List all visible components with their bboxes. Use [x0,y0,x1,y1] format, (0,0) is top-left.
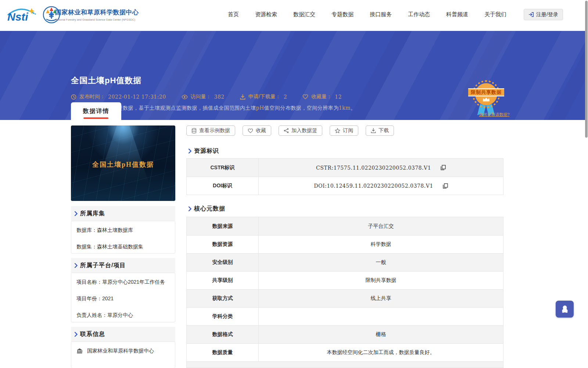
scrollbar-thumb[interactable] [585,1,588,138]
view-sample-data-button[interactable]: 查看示例数据 [186,125,235,136]
heart-icon [248,128,253,133]
nav-topic-data[interactable]: 专题数据 [331,11,354,18]
institution-icon [76,348,83,354]
table-row: 数据资源 科学数据 [187,235,503,253]
library-box: 数据库：森林土壤数据库 数据集：森林土壤基础数据集 [71,221,175,254]
section-contact-title: 联系信息 [80,330,105,338]
chevron-right-icon [75,211,78,216]
tab-label: 数据详情 [83,107,110,115]
nav-home[interactable]: 首页 [228,11,239,18]
desc-text: pH [256,105,264,111]
row-label: 数据资源 [187,236,259,253]
site-title-block: 国家林业和草原科学数据中心 National Forestry and Gras… [55,8,154,21]
section-contact: 联系信息 [71,327,175,342]
copy-icon[interactable] [441,165,446,170]
desc-text: 值空间分布数据，空间分辨率为 [264,105,339,111]
table-row: 数据格式 栅格 [187,325,503,343]
row-label: CSTR标识 [187,159,259,177]
table-row: 数据质量 本数据经空间化二次加工而成，数据质量良好。 [187,343,503,361]
row-label: DOI标识 [187,177,259,195]
row-value: 本数据经空间化二次加工而成，数据质量良好。 [259,344,503,361]
badge-label: 限制共享数据 [471,89,502,96]
nav-api-service[interactable]: 接口服务 [370,11,392,18]
nav-about-us[interactable]: 关于我们 [484,11,506,18]
section-project: 所属子平台/项目 [71,258,175,273]
action-buttons: 查看示例数据 收藏 加入数据篮 订阅 下载 [186,125,394,136]
dataset-description: 该数据集是栅格型数据，基于土壤观测点监测数据，插值成全国范围内土壤pH值空间分布… [80,105,356,112]
add-to-basket-button[interactable]: 加入数据篮 [279,125,322,136]
section-project-title: 所属子平台/项目 [80,262,126,269]
section-library-title: 所属库集 [80,210,105,217]
nsti-logo-icon: Nsti [6,5,38,24]
dataset-hero-banner: 全国土壤pH值数据 发布时间：2022-01-12 17:31:20 访问量：3… [0,31,585,120]
row-value: 子平台汇交 [259,217,503,235]
table-row: 学科分类 [187,307,503,325]
row-label: 学科分类 [187,308,259,325]
svg-text:Nsti: Nsti [7,11,28,23]
stat-value: 12 [335,94,342,100]
row-label: 获取方式 [187,290,259,307]
project-leader-row: 负责人姓名：草原分中心 [76,307,170,323]
site-name-en: National Forestry and Grassland Science … [55,18,154,21]
crown-icon [470,96,503,103]
contact-org-row: 国家林业和草原科学数据中心 [76,343,170,359]
chevron-right-icon [75,332,78,337]
favorite-button[interactable]: 收藏 [243,125,271,136]
contact-org-name: 国家林业和草原科学数据中心 [87,343,154,359]
button-label: 下载 [379,127,389,134]
library-database-row: 数据库：森林土壤数据库 [76,222,170,238]
qq-penguin-icon [560,304,570,314]
chevron-right-icon [75,263,78,268]
table-row: 共享级别 限制共享数据 [187,271,503,289]
register-login-button[interactable]: 注册/登录 [524,9,563,20]
site-header: Nsti 国家林业和草原科学数据中心 National Forestry and… [0,0,585,31]
nav-science-channel[interactable]: 科普频道 [446,11,468,18]
login-icon [528,12,534,17]
section-core-metadata-title: 核心元数据 [194,205,225,213]
resource-id-table: CSTR标识 CSTR:17575.11.0220230220052.0378.… [186,158,503,195]
stat-label: 访问量： [191,93,211,100]
star-icon [335,128,340,133]
desc-text: 1km [339,105,351,111]
nav-work-news[interactable]: 工作动态 [408,11,430,18]
table-row [187,361,503,368]
stat-value: 2022-01-12 17:31:20 [108,94,166,100]
copy-icon[interactable] [443,183,448,189]
row-label: 数据质量 [187,344,259,361]
project-year-row: 项目年份：2021 [76,290,170,307]
table-row: 安全级别 一般 [187,253,503,271]
doi-value: DOI:10.12459.11.0220230220052.0378.V1 [314,183,433,189]
eye-icon [182,95,188,99]
tab-data-details[interactable]: 数据详情 [71,102,121,120]
row-value: DOI:10.12459.11.0220230220052.0378.V1 [259,177,503,195]
stat-favorites: 收藏量：12 [302,93,342,100]
qq-chat-button[interactable] [556,301,574,318]
row-value [259,308,503,325]
cover-title: 全国土壤pH值数据 [71,160,175,169]
stat-label: 收藏量： [311,93,332,100]
button-label: 收藏 [256,127,266,134]
nav-data-submission[interactable]: 数据汇交 [293,11,315,18]
stat-label: 发布时间： [79,93,105,100]
dataset-title: 全国土壤pH值数据 [71,75,141,86]
row-value: 一般 [259,254,503,271]
share-icon [284,128,289,133]
contact-box: 国家林业和草原科学数据中心 [71,342,175,368]
dataset-stats: 发布时间：2022-01-12 17:31:20 访问量：382 申请/下载量：… [71,93,342,100]
section-resource-id-title: 资源标识 [194,147,219,155]
tab-active-indicator [83,117,108,119]
nav-resource-search[interactable]: 资源检索 [255,11,277,18]
row-value: 栅格 [259,326,503,343]
main-nav: 首页 资源检索 数据汇交 专题数据 接口服务 工作动态 科普频道 关于我们 [228,11,506,18]
download-icon [240,94,245,100]
library-dataset-row: 数据集：森林土壤基础数据集 [76,238,170,255]
subscribe-button[interactable]: 订阅 [330,125,358,136]
table-row: 获取方式 线上共享 [187,289,503,307]
table-row: CSTR标识 CSTR:17575.11.0220230220052.0378.… [187,159,503,177]
button-label: 订阅 [343,127,353,134]
button-label: 查看示例数据 [199,127,230,134]
how-to-get-data-link[interactable]: 如何获取该数据? [478,112,511,117]
stat-label: 申请/下载量： [248,93,281,100]
download-button[interactable]: 下载 [366,125,394,136]
download-icon [371,128,376,133]
